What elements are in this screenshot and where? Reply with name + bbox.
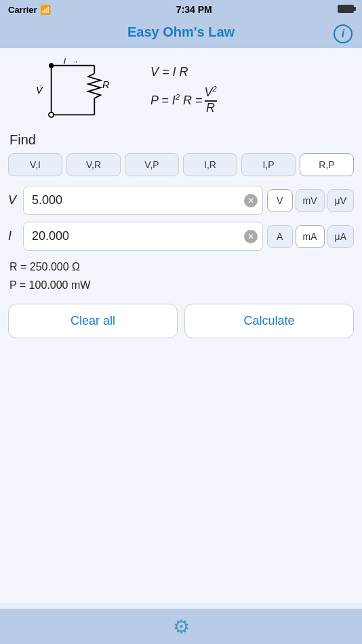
i-input[interactable] (23, 222, 263, 251)
battery-icon (338, 3, 354, 16)
i-unit-group: A mA μA (267, 225, 354, 248)
diagram-area: V ↑ R I → V = I R P = I2 R = V2 R (8, 48, 354, 129)
tab-vp[interactable]: V,P (125, 153, 179, 176)
v-input-row: V ✕ V mV μV (8, 186, 354, 215)
calculate-button[interactable]: Calculate (184, 304, 354, 338)
status-bar: Carrier 📶 7:34 PM (0, 0, 362, 19)
v-clear-button[interactable]: ✕ (244, 194, 258, 207)
results-block: R = 250.000 Ω P = 100.000 mW (9, 258, 353, 294)
formulas-block: V = I R P = I2 R = V2 R (150, 65, 217, 115)
find-label: Find (8, 129, 354, 153)
time-label: 7:34 PM (176, 4, 212, 15)
svg-text:→: → (72, 58, 79, 65)
v-unit-v[interactable]: V (267, 189, 293, 212)
tab-ir[interactable]: I,R (183, 153, 237, 176)
info-button[interactable]: i (334, 24, 353, 43)
i-clear-button[interactable]: ✕ (244, 230, 258, 243)
svg-text:↑: ↑ (39, 83, 43, 89)
v-unit-uv[interactable]: μV (327, 189, 354, 212)
result-p: P = 100.000 mW (9, 276, 353, 294)
tab-vi[interactable]: V,I (8, 153, 62, 176)
i-unit-ma[interactable]: mA (296, 225, 325, 248)
tab-rp[interactable]: R,P (300, 153, 354, 176)
svg-text:I: I (64, 56, 66, 66)
action-row: Clear all Calculate (8, 304, 354, 338)
circuit-diagram: V ↑ R I → (22, 56, 130, 124)
tab-vr[interactable]: V,R (66, 153, 121, 176)
i-field-wrap: ✕ (23, 222, 263, 251)
svg-text:R: R (102, 79, 110, 90)
i-label: I (8, 229, 19, 243)
v-unit-mv[interactable]: mV (296, 189, 325, 212)
main-content: V ↑ R I → V = I R P = I2 R = V2 R Find (0, 48, 362, 603)
settings-icon[interactable]: ⚙ (173, 616, 190, 638)
app-header: Easy Ohm's Law i (0, 19, 362, 48)
formula-v-equals-ir: V = I R (150, 65, 217, 79)
svg-point-5 (49, 63, 54, 68)
app-title: Easy Ohm's Law (127, 24, 235, 40)
i-unit-ua[interactable]: μA (327, 225, 354, 248)
bottom-bar: ⚙ (0, 609, 362, 644)
v-label: V (8, 193, 19, 207)
v-unit-group: V mV μV (267, 189, 354, 212)
svg-point-6 (49, 113, 54, 117)
v-input[interactable] (23, 186, 263, 215)
clear-all-button[interactable]: Clear all (8, 304, 178, 338)
i-input-row: I ✕ A mA μA (8, 222, 354, 251)
carrier-label: Carrier 📶 (8, 5, 51, 15)
i-unit-a[interactable]: A (267, 225, 293, 248)
find-tab-row: V,I V,R V,P I,R I,P R,P (8, 153, 354, 176)
tab-ip[interactable]: I,P (241, 153, 296, 176)
v-field-wrap: ✕ (23, 186, 263, 215)
wifi-icon: 📶 (40, 5, 51, 15)
result-r: R = 250.000 Ω (9, 258, 353, 276)
formula-p-equals: P = I2 R = V2 R (150, 85, 217, 115)
